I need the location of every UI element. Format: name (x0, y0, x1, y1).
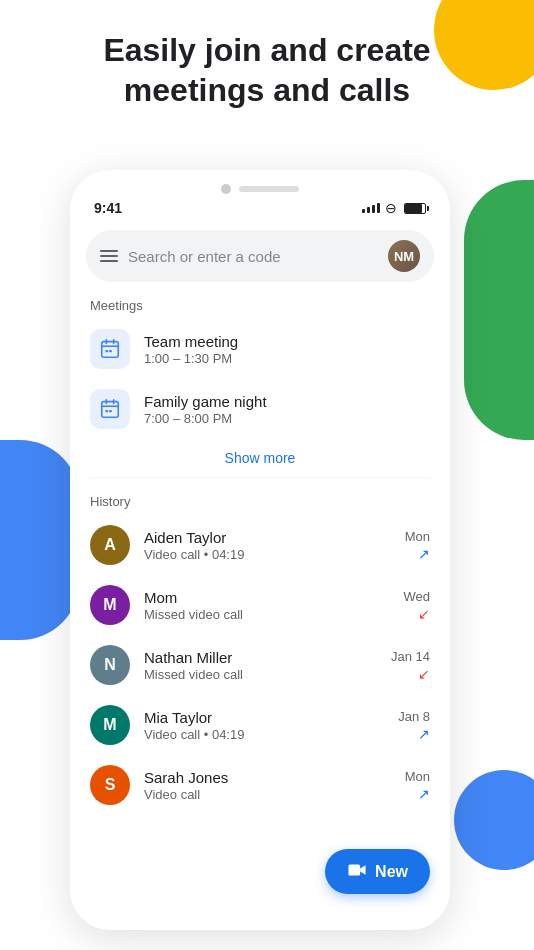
history-section-label: History (70, 478, 450, 515)
bg-decoration-green (464, 180, 534, 440)
meeting-item-team[interactable]: Team meeting 1:00 – 1:30 PM (70, 319, 450, 379)
history-item-mom[interactable]: M Mom Missed video call Wed ↙ (70, 575, 450, 635)
history-date: Mon (405, 529, 430, 544)
history-date-mia: Jan 8 (398, 709, 430, 724)
status-icons: ⊖ (362, 200, 426, 216)
history-info-aiden: Aiden Taylor Video call • 04:19 (144, 529, 391, 562)
meeting-title-family: Family game night (144, 393, 267, 410)
history-date-sarah: Mon (405, 769, 430, 784)
status-time: 9:41 (94, 200, 122, 216)
history-info-mom: Mom Missed video call (144, 589, 390, 622)
avatar-image: NM (388, 240, 420, 272)
phone-top-bar (70, 170, 450, 194)
call-missed-icon-2: ↙ (418, 666, 430, 682)
history-meta-sarah: Mon ↗ (405, 769, 430, 802)
history-item-aiden[interactable]: A Aiden Taylor Video call • 04:19 Mon ↗ (70, 515, 450, 575)
history-meta-mia: Jan 8 ↗ (398, 709, 430, 742)
history-sub-nathan: Missed video call (144, 667, 377, 682)
svg-rect-4 (105, 410, 108, 412)
meeting-item-family[interactable]: Family game night 7:00 – 8:00 PM (70, 379, 450, 439)
search-bar[interactable]: Search or enter a code NM (86, 230, 434, 282)
avatar[interactable]: NM (388, 240, 420, 272)
avatar-aiden: A (90, 525, 130, 565)
show-more-container: Show more (70, 439, 450, 477)
history-sub-sarah: Video call (144, 787, 391, 802)
phone-camera (221, 184, 231, 194)
svg-rect-2 (109, 350, 112, 352)
battery-icon (404, 203, 426, 214)
meeting-info-family: Family game night 7:00 – 8:00 PM (144, 393, 267, 426)
new-button-label: New (375, 863, 408, 881)
page-title: Easily join and create meetings and call… (0, 30, 534, 110)
svg-rect-6 (349, 865, 361, 876)
history-info-nathan: Nathan Miller Missed video call (144, 649, 377, 682)
call-out-icon-2: ↗ (418, 726, 430, 742)
history-meta-mom: Wed ↙ (404, 589, 431, 622)
history-item-nathan[interactable]: N Nathan Miller Missed video call Jan 14… (70, 635, 450, 695)
history-sub-mom: Missed video call (144, 607, 390, 622)
new-meeting-button[interactable]: New (325, 849, 430, 894)
history-name-sarah: Sarah Jones (144, 769, 391, 786)
meeting-title: Team meeting (144, 333, 238, 350)
svg-rect-3 (102, 402, 119, 418)
history-date-nathan: Jan 14 (391, 649, 430, 664)
history-sub-mia: Video call • 04:19 (144, 727, 384, 742)
search-placeholder: Search or enter a code (128, 248, 378, 265)
call-missed-icon: ↙ (418, 606, 430, 622)
meeting-info-team: Team meeting 1:00 – 1:30 PM (144, 333, 238, 366)
call-out-icon: ↗ (418, 546, 430, 562)
phone-speaker (239, 186, 299, 192)
bg-decoration-blue-left (0, 440, 80, 640)
meeting-time-family: 7:00 – 8:00 PM (144, 411, 267, 426)
history-meta-aiden: Mon ↗ (405, 529, 430, 562)
history-info-mia: Mia Taylor Video call • 04:19 (144, 709, 384, 742)
avatar-sarah: S (90, 765, 130, 805)
history-item-mia[interactable]: M Mia Taylor Video call • 04:19 Jan 8 ↗ (70, 695, 450, 755)
bg-decoration-blue-right (454, 770, 534, 870)
history-name-nathan: Nathan Miller (144, 649, 377, 666)
history-meta-nathan: Jan 14 ↙ (391, 649, 430, 682)
history-name-mia: Mia Taylor (144, 709, 384, 726)
show-more-button[interactable]: Show more (225, 450, 296, 466)
hamburger-menu-icon[interactable] (100, 250, 118, 262)
svg-rect-0 (102, 342, 119, 358)
svg-rect-5 (109, 410, 112, 412)
call-out-icon-3: ↗ (418, 786, 430, 802)
svg-rect-1 (105, 350, 108, 352)
video-camera-icon (347, 861, 367, 882)
avatar-mia: M (90, 705, 130, 745)
calendar-icon-2 (90, 389, 130, 429)
history-item-sarah[interactable]: S Sarah Jones Video call Mon ↗ (70, 755, 450, 815)
meetings-section-label: Meetings (70, 282, 450, 319)
history-date-mom: Wed (404, 589, 431, 604)
avatar-mom: M (90, 585, 130, 625)
wifi-icon: ⊖ (385, 200, 397, 216)
status-bar: 9:41 ⊖ (70, 194, 450, 220)
history-sub: Video call • 04:19 (144, 547, 391, 562)
phone-mockup: 9:41 ⊖ Search or enter a code NM Meeting… (70, 170, 450, 930)
history-name: Aiden Taylor (144, 529, 391, 546)
history-info-sarah: Sarah Jones Video call (144, 769, 391, 802)
meeting-time: 1:00 – 1:30 PM (144, 351, 238, 366)
calendar-icon (90, 329, 130, 369)
signal-icon (362, 203, 380, 213)
avatar-nathan: N (90, 645, 130, 685)
history-name-mom: Mom (144, 589, 390, 606)
